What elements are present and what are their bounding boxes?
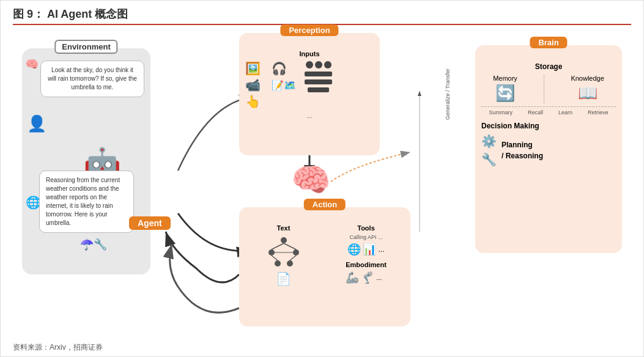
proc-bar-1 xyxy=(305,72,332,76)
svg-point-9 xyxy=(275,260,281,267)
proc-dots-row xyxy=(306,61,331,68)
action-box: Action Text xyxy=(239,207,410,326)
speech-bubble-1: Look at the sky, do you think it will ra… xyxy=(40,61,144,97)
planning-row: ⚙️ 🔧 Planning/ Reasoning xyxy=(481,134,616,167)
brain-env-icon: 🧠 xyxy=(25,57,39,71)
embodiment-label: Embodiment xyxy=(346,261,387,268)
action-label: Action xyxy=(304,199,346,210)
svg-line-13 xyxy=(272,256,278,260)
text-column: Text 📄 xyxy=(245,224,322,286)
person-icon: 👤 xyxy=(27,114,46,133)
environment-box: Environment 🧠 Look at the sky, do you th… xyxy=(22,48,150,274)
storage-label: Storage xyxy=(481,62,616,71)
svg-point-6 xyxy=(281,237,287,243)
text-network-svg xyxy=(265,235,302,269)
switch-icon-2: 🔧 xyxy=(481,152,497,167)
svg-line-12 xyxy=(284,243,296,249)
video-icon: 📹 xyxy=(245,78,270,92)
tools-action-label: Tools xyxy=(357,224,375,232)
proc-dot-3 xyxy=(324,61,331,68)
processor-visual xyxy=(305,61,332,92)
switch-icon-1: ⚙️ xyxy=(481,134,497,149)
svg-line-14 xyxy=(290,256,296,260)
agent-label-container: Agent xyxy=(129,216,171,230)
decision-label: Decision Making xyxy=(481,122,616,130)
tools-column: Tools Calling API ... 🌐 📊 ... Embodiment… xyxy=(328,224,404,286)
inputs-icons: 🖼️ 🎧 📹 📝🗺️ 👆 xyxy=(245,61,296,109)
memory-knowledge-row: Memory 🔄 Knowledge 📖 xyxy=(481,75,616,103)
audio-icon: 🎧 xyxy=(272,61,296,76)
environment-label: Environment xyxy=(54,40,117,54)
perception-dots: ... xyxy=(245,112,374,119)
reasoning-bubble: Reasoning from the current weather condi… xyxy=(39,171,134,233)
text-action-label: Text xyxy=(277,224,291,232)
retrieve-label: Retrieve xyxy=(588,109,609,116)
brain-label: Brain xyxy=(530,37,567,48)
umbrella-icon: ☂️🔧 xyxy=(80,238,107,251)
proc-dot-1 xyxy=(306,61,313,68)
proc-dot-2 xyxy=(315,61,322,68)
brain-divider-h xyxy=(481,106,616,107)
action-inner: Text 📄 xyxy=(245,224,404,286)
embodiment-dots: ... xyxy=(376,274,382,281)
learn-label: Learn xyxy=(558,109,572,116)
proc-bar-2 xyxy=(305,79,332,84)
diagram-area: Environment 🧠 Look at the sky, do you th… xyxy=(13,30,631,342)
svg-point-10 xyxy=(287,260,293,267)
memory-item: Memory 🔄 xyxy=(493,75,517,103)
dots-tools: ... xyxy=(378,245,384,254)
generalize-text: Generalize / Transfer xyxy=(445,68,451,120)
memory-label: Memory xyxy=(493,75,517,82)
agent-label: Agent xyxy=(129,216,171,230)
knowledge-item: Knowledge 📖 xyxy=(571,75,604,103)
switch-icons: ⚙️ 🔧 xyxy=(481,134,497,167)
page-container: 图 9： AI Agent 概念图 xyxy=(0,0,644,357)
svg-line-11 xyxy=(272,243,284,249)
embodiment-section: Embodiment 🦾 🦿 ... xyxy=(346,261,387,284)
arm-icon-2: 🦿 xyxy=(361,271,374,284)
inputs-label: Inputs xyxy=(245,50,374,57)
center-brain-icon: 🧠 xyxy=(291,161,331,199)
proc-bar-3 xyxy=(308,87,329,92)
recall-row: Summary Recall Learn Retrieve xyxy=(481,109,616,116)
tools-calling-label: Calling API ... xyxy=(349,234,382,240)
tools-icons: 🌐 📊 ... xyxy=(347,243,384,256)
memory-icon: 🔄 xyxy=(495,84,515,103)
brain-box: Brain Storage Memory 🔄 Knowledge 📖 Summa… xyxy=(475,45,622,253)
embodiment-icons: 🦾 🦿 ... xyxy=(346,271,387,284)
brain-divider-v xyxy=(544,75,544,103)
footer: 资料来源：Arxiv，招商证券 xyxy=(13,342,103,353)
table-tools-icon: 📊 xyxy=(363,243,376,256)
knowledge-icon: 📖 xyxy=(578,84,598,103)
knowledge-label: Knowledge xyxy=(571,75,604,82)
recall-label: Recall xyxy=(528,109,543,116)
text-file-icon: 📄 xyxy=(276,271,291,286)
planning-label: Planning/ Reasoning xyxy=(502,139,543,161)
perception-box: Perception Inputs 🖼️ 🎧 📹 📝🗺️ 👆 xyxy=(239,33,380,155)
page-title: 图 9： AI Agent 概念图 xyxy=(13,7,631,25)
perception-label: Perception xyxy=(280,24,338,36)
image-icon: 🖼️ xyxy=(245,61,270,76)
summary-label: Summary xyxy=(489,109,513,116)
text-map-icon: 📝🗺️ xyxy=(272,78,296,92)
globe-tools-icon: 🌐 xyxy=(347,243,361,256)
arm-icon-1: 🦾 xyxy=(346,271,359,284)
touch-icon: 👆 xyxy=(245,94,270,109)
